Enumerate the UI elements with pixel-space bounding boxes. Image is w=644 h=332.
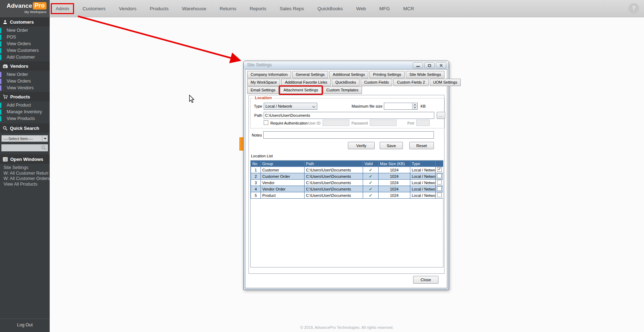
valid-check-icon: ✓ bbox=[363, 192, 379, 199]
spin-up-icon[interactable] bbox=[412, 103, 417, 107]
sidebar-item-customers-view-orders[interactable]: View Orders bbox=[0, 41, 50, 47]
max-file-size-label: Maximum file size bbox=[321, 104, 382, 108]
dialog-titlebar[interactable]: Site Settings bbox=[244, 61, 449, 69]
location-list-table: No Group Path Valid Max Size (KB) Type 1 bbox=[250, 160, 443, 267]
password-label: Password bbox=[351, 121, 368, 125]
tab-general-settings[interactable]: General Settings bbox=[292, 71, 328, 78]
valid-check-icon: ✓ bbox=[363, 186, 379, 192]
tab-site-wide-settings[interactable]: Site Wide Settings bbox=[406, 71, 444, 78]
tab-custom-fields-2[interactable]: Custom Fields 2 bbox=[393, 79, 428, 86]
sidebar-item-add-customer[interactable]: Add Customer bbox=[0, 55, 50, 60]
row-select-checkbox[interactable] bbox=[437, 186, 442, 191]
tab-additional-favorite-links[interactable]: Additional Favorite Links bbox=[281, 79, 331, 86]
help-icon[interactable]: ? bbox=[628, 3, 639, 14]
type-select[interactable]: Local / Network bbox=[264, 103, 317, 110]
nav-item-customers[interactable]: Customers bbox=[82, 6, 105, 11]
sidebar-item-vendors-new-order[interactable]: New Order bbox=[0, 72, 50, 77]
sidebar-item-pos[interactable]: POS bbox=[0, 35, 50, 40]
open-window-view-all-products[interactable]: View All Products bbox=[0, 182, 50, 187]
sidebar-item-customers-new-order[interactable]: New Order bbox=[0, 28, 50, 33]
sidebar-item-manage-inventory[interactable]: Manage Inventory bbox=[0, 109, 50, 115]
table-row[interactable]: 5 Product C:\Users\User\Documents ✓ 1024… bbox=[251, 192, 443, 199]
column-header-max-size[interactable]: Max Size (KB) bbox=[379, 161, 410, 167]
notes-label: Notes bbox=[250, 133, 262, 137]
tab-company-information[interactable]: Company Information bbox=[247, 71, 291, 78]
user-id-label: User ID bbox=[293, 121, 320, 125]
tab-attachment-settings[interactable]: Attachment Settings bbox=[280, 86, 321, 94]
sidebar-item-view-products[interactable]: View Products bbox=[0, 116, 50, 121]
path-input[interactable] bbox=[264, 112, 434, 119]
open-window-customer-orders[interactable]: W: All Customer Orders bbox=[0, 176, 50, 182]
logout-button[interactable]: Log Out bbox=[0, 319, 50, 332]
attachment-settings-panel: Location Type Local / Network Maximum fi… bbox=[249, 95, 444, 274]
column-header-group[interactable]: Group bbox=[261, 161, 305, 167]
valid-check-icon: ✓ bbox=[363, 180, 379, 186]
nav-item-warehouse[interactable]: Warehouse bbox=[182, 6, 206, 11]
table-row[interactable]: 3 Vendor C:\Users\User\Documents ✓ 1024 … bbox=[251, 180, 443, 186]
tab-custom-templates[interactable]: Custom Templates bbox=[323, 86, 362, 94]
topbar: Admin Customers Vendors Products Warehou… bbox=[0, 0, 644, 17]
nav-item-web[interactable]: Web bbox=[356, 6, 366, 11]
table-row[interactable]: 2 Customer Order C:\Users\User\Documents… bbox=[251, 173, 443, 180]
nav-item-mfg[interactable]: MFG bbox=[379, 6, 390, 11]
open-window-customer-returns[interactable]: W: All Customer Returr bbox=[0, 171, 50, 176]
table-row[interactable]: 4 Vendor Order C:\Users\User\Documents ✓… bbox=[251, 186, 443, 192]
logo: Advance Pro My Workspace bbox=[0, 0, 50, 17]
dialog-tabs: Company Information General Settings Add… bbox=[247, 71, 446, 94]
logo-text-advance: Advance bbox=[7, 2, 32, 10]
require-authentication-checkbox[interactable] bbox=[264, 120, 268, 125]
tab-my-workspace[interactable]: My WorkSpace bbox=[247, 79, 280, 86]
nav-item-reports[interactable]: Reports bbox=[250, 6, 266, 11]
sidebar-item-add-product[interactable]: Add Product bbox=[0, 103, 50, 108]
row-select-checkbox[interactable] bbox=[437, 174, 442, 178]
tab-quickbooks[interactable]: QuickBooks bbox=[332, 79, 360, 86]
save-button[interactable]: Save bbox=[380, 142, 403, 149]
sidebar-item-view-customers[interactable]: View Customers bbox=[0, 48, 50, 53]
nav-item-admin[interactable]: Admin bbox=[52, 4, 73, 13]
max-file-size-stepper[interactable] bbox=[384, 103, 418, 110]
row-select-checkbox[interactable] bbox=[437, 180, 442, 185]
reset-button[interactable]: Reset bbox=[409, 142, 434, 149]
copyright-footer: © 2018, AdvancePro Technologies. All rig… bbox=[50, 325, 644, 330]
row-select-checkbox[interactable] bbox=[437, 167, 442, 172]
sidebar-section-vendors: Vendors bbox=[0, 61, 50, 71]
browse-button[interactable]: ... bbox=[437, 112, 445, 119]
logo-text-pro: Pro bbox=[33, 2, 47, 10]
row-select-checkbox[interactable] bbox=[437, 193, 442, 197]
search-icon[interactable] bbox=[41, 145, 46, 150]
nav-item-vendors[interactable]: Vendors bbox=[119, 6, 137, 11]
open-window-site-settings[interactable]: Site Settings bbox=[0, 165, 50, 171]
nav-item-mcr[interactable]: MCR bbox=[403, 6, 414, 11]
tab-uom-settings[interactable]: UOM Settings bbox=[430, 79, 461, 86]
logo-tagline: My Workspace bbox=[4, 10, 47, 14]
spin-down-icon[interactable] bbox=[412, 107, 417, 110]
column-header-path[interactable]: Path bbox=[305, 161, 363, 167]
nav-item-quickbooks[interactable]: QuickBooks bbox=[318, 6, 343, 11]
nav-item-returns[interactable]: Returns bbox=[220, 6, 236, 11]
dropdown-arrow-icon[interactable] bbox=[42, 135, 48, 141]
close-window-button[interactable] bbox=[436, 62, 446, 68]
tab-custom-fields[interactable]: Custom Fields bbox=[361, 79, 392, 86]
nav-item-sales-reps[interactable]: Sales Reps bbox=[280, 6, 304, 11]
notes-input[interactable] bbox=[263, 131, 434, 139]
tab-printing-settings[interactable]: Printing Settings bbox=[369, 71, 405, 78]
verify-button[interactable]: Verify bbox=[348, 142, 375, 149]
sidebar-item-vendors-view-orders[interactable]: View Orders bbox=[0, 79, 50, 84]
table-row[interactable]: 1 Customer C:\Users\User\Documents ✓ 102… bbox=[251, 167, 443, 173]
maximize-icon bbox=[428, 64, 431, 67]
close-button[interactable]: Close bbox=[413, 276, 438, 284]
column-header-valid[interactable]: Valid bbox=[363, 161, 379, 167]
kb-label: KB bbox=[421, 104, 426, 108]
tab-email-settings[interactable]: Email Settings bbox=[247, 86, 279, 94]
tab-additional-settings[interactable]: Additional Settings bbox=[329, 71, 368, 78]
quick-search-select[interactable]: ----Select Item---- bbox=[1, 135, 48, 142]
column-header-type[interactable]: Type bbox=[410, 161, 436, 167]
sidebar-section-quick-search: Quick Search bbox=[0, 123, 50, 133]
maximize-button[interactable] bbox=[424, 62, 435, 68]
minimize-button[interactable] bbox=[413, 62, 423, 68]
sidebar-section-customers: Customers bbox=[0, 17, 50, 26]
sidebar-item-view-vendors[interactable]: View Vendors bbox=[0, 85, 50, 91]
nav-item-products[interactable]: Products bbox=[150, 6, 168, 11]
quick-search-input[interactable] bbox=[1, 144, 48, 151]
column-header-no[interactable]: No bbox=[251, 161, 261, 167]
